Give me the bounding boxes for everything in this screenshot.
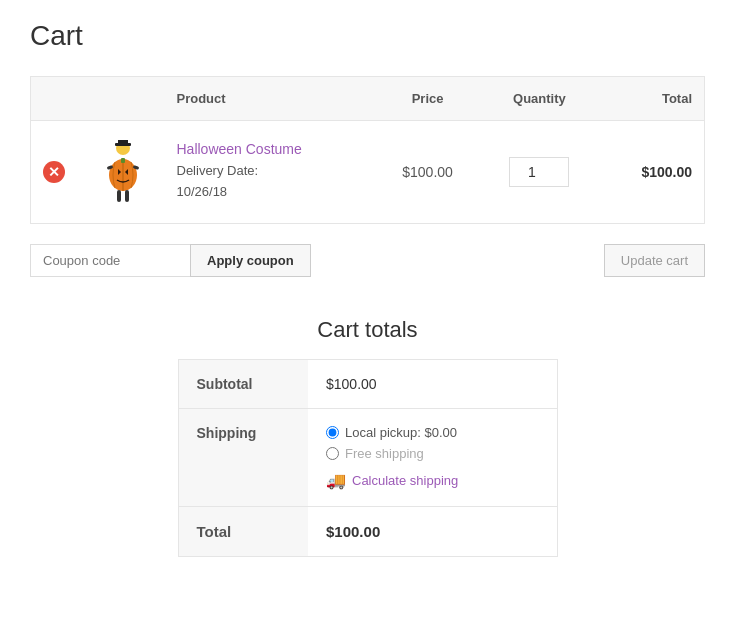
- product-qty-cell: [480, 121, 598, 224]
- shipping-label: Shipping: [178, 409, 308, 507]
- product-meta: Delivery Date: 10/26/18: [177, 161, 363, 203]
- delivery-date-value: 10/26/18: [177, 184, 228, 199]
- cart-totals-box: Cart totals Subtotal $100.00 Shipping Lo…: [178, 317, 558, 557]
- col-header-price: Price: [375, 77, 480, 121]
- coupon-input[interactable]: [30, 244, 190, 277]
- col-header-total: Total: [599, 77, 705, 121]
- svg-rect-5: [121, 158, 125, 163]
- coupon-area: Apply coupon: [30, 244, 311, 277]
- product-name-cell: Halloween Costume Delivery Date: 10/26/1…: [165, 121, 375, 224]
- local-pickup-option[interactable]: Local pickup: $0.00: [326, 425, 539, 440]
- quantity-input[interactable]: [509, 157, 569, 187]
- shipping-options: Local pickup: $0.00 Free shipping: [326, 425, 539, 461]
- total-value: $100.00: [308, 507, 557, 557]
- svg-rect-8: [117, 190, 121, 202]
- product-price-cell: $100.00: [375, 121, 480, 224]
- remove-item-button[interactable]: ✕: [43, 161, 65, 183]
- remove-cell: ✕: [31, 121, 81, 224]
- apply-coupon-button[interactable]: Apply coupon: [190, 244, 311, 277]
- product-image: [93, 137, 153, 207]
- svg-rect-7: [118, 140, 128, 144]
- product-total-cell: $100.00: [599, 121, 705, 224]
- subtotal-label: Subtotal: [178, 360, 308, 409]
- delivery-date-label: Delivery Date:: [177, 163, 259, 178]
- subtotal-value: $100.00: [308, 360, 557, 409]
- col-header-image: [81, 77, 165, 121]
- totals-table: Subtotal $100.00 Shipping Local pickup: …: [178, 359, 558, 557]
- cart-actions: Apply coupon Update cart: [30, 244, 705, 277]
- product-image-cell: [81, 121, 165, 224]
- page-title: Cart: [30, 20, 705, 52]
- local-pickup-label: Local pickup: $0.00: [345, 425, 457, 440]
- col-header-product: Product: [165, 77, 375, 121]
- truck-icon: 🚚: [326, 471, 346, 490]
- table-row: ✕: [31, 121, 705, 224]
- free-shipping-radio[interactable]: [326, 447, 339, 460]
- total-label: Total: [178, 507, 308, 557]
- free-shipping-label: Free shipping: [345, 446, 424, 461]
- product-name-link[interactable]: Halloween Costume: [177, 141, 363, 157]
- col-header-remove: [31, 77, 81, 121]
- calculate-shipping-label: Calculate shipping: [352, 473, 458, 488]
- svg-rect-9: [125, 190, 129, 202]
- calculate-shipping-link[interactable]: 🚚 Calculate shipping: [326, 471, 539, 490]
- shipping-row: Shipping Local pickup: $0.00 Free shippi…: [178, 409, 557, 507]
- update-cart-button[interactable]: Update cart: [604, 244, 705, 277]
- shipping-options-cell: Local pickup: $0.00 Free shipping 🚚 Calc…: [308, 409, 557, 507]
- product-thumbnail: [99, 140, 147, 204]
- cart-totals-title: Cart totals: [178, 317, 558, 343]
- col-header-quantity: Quantity: [480, 77, 598, 121]
- free-shipping-option[interactable]: Free shipping: [326, 446, 539, 461]
- subtotal-row: Subtotal $100.00: [178, 360, 557, 409]
- cart-totals-section: Cart totals Subtotal $100.00 Shipping Lo…: [30, 317, 705, 557]
- cart-table: Product Price Quantity Total ✕: [30, 76, 705, 224]
- local-pickup-radio[interactable]: [326, 426, 339, 439]
- total-row: Total $100.00: [178, 507, 557, 557]
